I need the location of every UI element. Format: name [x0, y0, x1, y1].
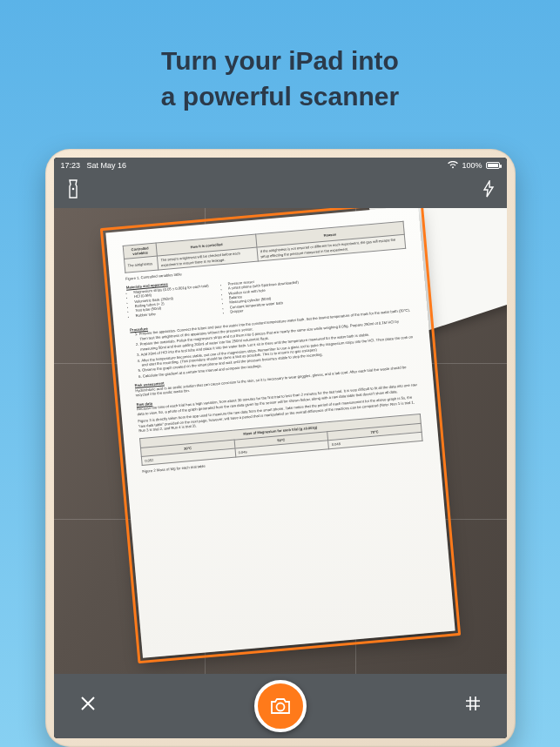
svg-point-0 [71, 188, 74, 191]
shutter-button[interactable] [254, 680, 307, 732]
headline-line-2: a powerful scanner [161, 79, 399, 115]
marketing-headline: Turn your iPad into a powerful scanner [161, 44, 399, 114]
detected-document: Controlled variables How it is controlle… [105, 208, 455, 658]
camera-icon [269, 697, 292, 716]
svg-point-1 [276, 703, 284, 711]
close-icon[interactable] [78, 694, 98, 718]
flashlight-icon[interactable] [66, 179, 80, 202]
ipad-device-frame: 17:23 Sat May 16 100% [45, 149, 516, 747]
wifi-icon [448, 161, 458, 171]
headline-line-1: Turn your iPad into [161, 44, 399, 79]
grid-toggle-icon[interactable] [463, 694, 482, 718]
battery-icon [486, 162, 500, 169]
status-bar: 17:23 Sat May 16 100% [54, 158, 507, 173]
ipad-screen: 17:23 Sat May 16 100% [54, 158, 507, 738]
status-date: Sat May 16 [87, 161, 127, 170]
scanner-bottom-toolbar [54, 674, 507, 738]
battery-percent: 100% [462, 161, 482, 170]
scanner-top-toolbar [54, 173, 507, 208]
document-detection-outline [99, 208, 460, 663]
status-time: 17:23 [61, 161, 81, 170]
camera-viewfinder: Controlled variables How it is controlle… [54, 208, 507, 674]
flash-mode-icon[interactable] [482, 180, 495, 201]
